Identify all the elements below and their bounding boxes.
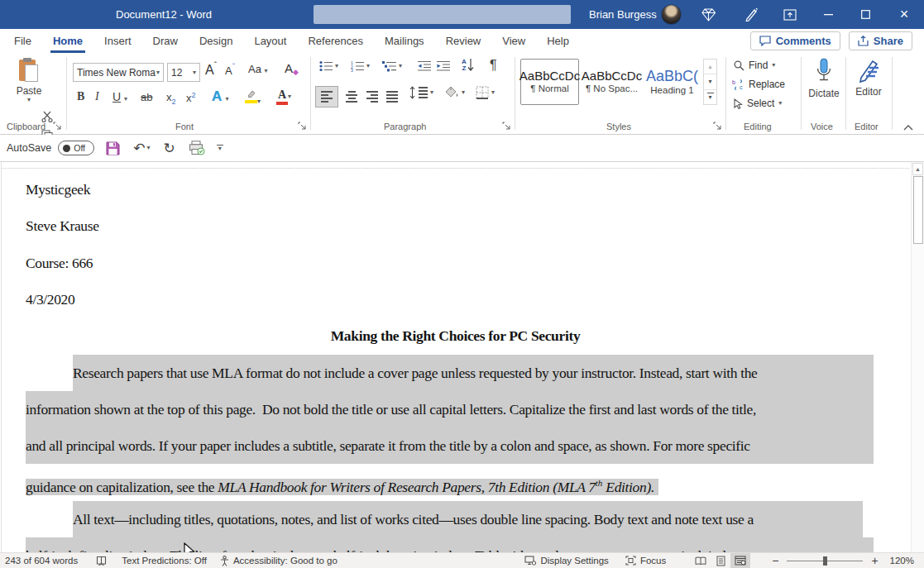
style-no-spacing[interactable]: AaBbCcDc ¶ No Spac... xyxy=(582,59,641,105)
proofing-errors-button[interactable] xyxy=(93,553,110,568)
replace-button[interactable]: bc Replace xyxy=(732,79,785,90)
cut-button[interactable] xyxy=(41,111,54,122)
tab-mailings[interactable]: Mailings xyxy=(374,29,435,53)
search-box[interactable] xyxy=(314,5,571,24)
font-size-combobox[interactable]: 12▾ xyxy=(167,63,200,82)
zoom-slider-thumb[interactable] xyxy=(823,556,827,566)
minimize-button[interactable] xyxy=(816,0,840,29)
font-name-combobox[interactable]: Times New Roma▾ xyxy=(73,63,164,82)
inking-pen-icon[interactable] xyxy=(739,0,764,29)
accessibility-status[interactable]: Accessibility: Good to go xyxy=(217,553,341,568)
paste-button[interactable]: Paste ▾ xyxy=(10,58,48,103)
doc-selected-line[interactable]: Research papers that use MLA format do n… xyxy=(73,355,874,391)
print-layout-button[interactable] xyxy=(711,553,730,568)
text-highlight-button[interactable]: ▾ xyxy=(245,89,261,106)
quick-print-button[interactable] xyxy=(189,141,205,155)
read-mode-button[interactable] xyxy=(691,553,711,568)
underline-button[interactable]: U ▾ xyxy=(113,90,127,103)
zoom-in-button[interactable]: + xyxy=(868,553,881,568)
dictate-button[interactable]: Dictate xyxy=(804,58,844,99)
doc-line-course[interactable]: Course: 666 xyxy=(26,245,874,281)
sort-button[interactable]: AZ xyxy=(462,59,474,72)
scroll-up-icon[interactable]: ▲ xyxy=(912,163,923,175)
scrollbar-thumb[interactable] xyxy=(913,176,923,244)
styles-gallery-scroll[interactable]: ▴ ▾ ▾ xyxy=(703,59,717,105)
customize-qat-button[interactable]: ▾ xyxy=(217,145,223,152)
doc-selected-line[interactable]: and all principal words. If your paper i… xyxy=(26,427,874,464)
display-settings-button[interactable]: Display Settings xyxy=(521,553,611,568)
doc-selected-line[interactable]: half-inch first-line indent. The list of… xyxy=(26,537,874,552)
align-center-button[interactable] xyxy=(341,86,362,107)
grow-font-button[interactable]: Aˆ xyxy=(205,61,217,78)
tab-references[interactable]: References xyxy=(297,29,373,53)
doc-selected-line[interactable]: All text—including titles, quotations, n… xyxy=(73,501,863,537)
tab-insert[interactable]: Insert xyxy=(93,29,142,53)
word-count[interactable]: 243 of 604 words xyxy=(2,553,81,568)
close-button[interactable]: × xyxy=(892,0,917,29)
subscript-button[interactable]: x2 xyxy=(166,91,176,106)
doc-line-name[interactable]: Steve Krause xyxy=(26,208,874,244)
tab-layout[interactable]: Layout xyxy=(243,29,297,53)
line-spacing-button[interactable]: ▾ xyxy=(409,86,433,99)
comments-button[interactable]: Comments xyxy=(750,31,840,50)
numbering-button[interactable]: 123▾ xyxy=(351,60,370,72)
tab-design[interactable]: Design xyxy=(189,29,243,53)
borders-button[interactable]: ▾ xyxy=(476,86,495,99)
account-name[interactable]: Brian Burgess xyxy=(589,0,657,29)
autosave-toggle[interactable]: Off xyxy=(58,141,94,155)
style-heading1[interactable]: AaBbC( Heading 1 xyxy=(643,59,701,105)
undo-button[interactable]: ↶ xyxy=(133,141,145,155)
doc-title[interactable]: Making the Right Choices for PC Security xyxy=(0,317,911,354)
align-right-button[interactable] xyxy=(361,86,383,107)
tab-help[interactable]: Help xyxy=(536,29,580,53)
web-layout-button[interactable] xyxy=(730,553,750,568)
strikethrough-button[interactable]: ab xyxy=(141,91,152,103)
clear-formatting-button[interactable]: A◆ xyxy=(285,61,299,76)
save-button[interactable] xyxy=(106,141,120,155)
show-formatting-marks-button[interactable]: ¶ xyxy=(490,58,497,73)
select-button[interactable]: Select▾ xyxy=(734,98,782,109)
editor-button[interactable]: Editor xyxy=(849,58,888,98)
justify-button[interactable] xyxy=(381,86,403,107)
tab-file[interactable]: File xyxy=(3,29,42,53)
collapse-ribbon-button[interactable] xyxy=(903,125,913,131)
vertical-scrollbar[interactable]: ▲ xyxy=(911,162,924,552)
superscript-button[interactable]: x2 xyxy=(186,91,196,104)
tab-draw[interactable]: Draw xyxy=(142,29,189,53)
text-predictions-status[interactable]: Text Predictions: Off xyxy=(118,553,210,568)
doc-line-date[interactable]: 4/3/2020 xyxy=(26,281,874,317)
redo-button[interactable]: ↻ xyxy=(163,141,175,155)
text-effects-button[interactable]: A ▾ xyxy=(212,88,228,105)
doc-line-author[interactable]: Mysticgeek xyxy=(26,171,874,208)
doc-selected-line[interactable]: information shown at the top of this pag… xyxy=(26,391,874,427)
maximize-button[interactable] xyxy=(853,0,878,29)
paragraph-dialog-launcher[interactable] xyxy=(502,122,511,131)
premium-diamond-icon[interactable] xyxy=(696,0,721,29)
undo-dropdown-caret[interactable]: ▾ xyxy=(146,145,150,151)
doc-selected-line[interactable]: guidance on capitalization, see the MLA … xyxy=(26,465,874,501)
increase-indent-button[interactable] xyxy=(437,60,450,72)
bullets-button[interactable]: ▾ xyxy=(319,60,338,72)
zoom-out-button[interactable]: − xyxy=(768,553,782,568)
multilevel-list-button[interactable]: ▾ xyxy=(382,60,402,72)
styles-dialog-launcher[interactable] xyxy=(713,122,722,131)
tab-review[interactable]: Review xyxy=(435,29,492,53)
italic-button[interactable]: I xyxy=(95,90,99,103)
find-button[interactable]: Find▾ xyxy=(734,60,775,71)
change-case-button[interactable]: Aa ▾ xyxy=(248,63,268,75)
align-left-button[interactable] xyxy=(315,86,338,107)
style-normal[interactable]: AaBbCcDc ¶ Normal xyxy=(520,59,579,105)
tab-view[interactable]: View xyxy=(491,29,536,53)
clipboard-dialog-launcher[interactable] xyxy=(53,122,62,131)
font-dialog-launcher[interactable] xyxy=(298,122,307,131)
zoom-level[interactable]: 120% xyxy=(887,553,917,568)
document-page[interactable]: Mysticgeek Steve Krause Course: 666 4/3/… xyxy=(0,162,911,552)
share-button[interactable]: Share xyxy=(849,31,912,50)
ribbon-display-options-icon[interactable] xyxy=(778,0,802,29)
focus-mode-button[interactable]: Focus xyxy=(622,553,669,568)
zoom-slider[interactable] xyxy=(787,561,863,561)
shading-button[interactable]: ▾ xyxy=(445,86,465,99)
tab-home[interactable]: Home xyxy=(42,29,93,53)
bold-button[interactable]: B xyxy=(77,90,84,103)
shrink-font-button[interactable]: Aˇ xyxy=(225,63,235,77)
